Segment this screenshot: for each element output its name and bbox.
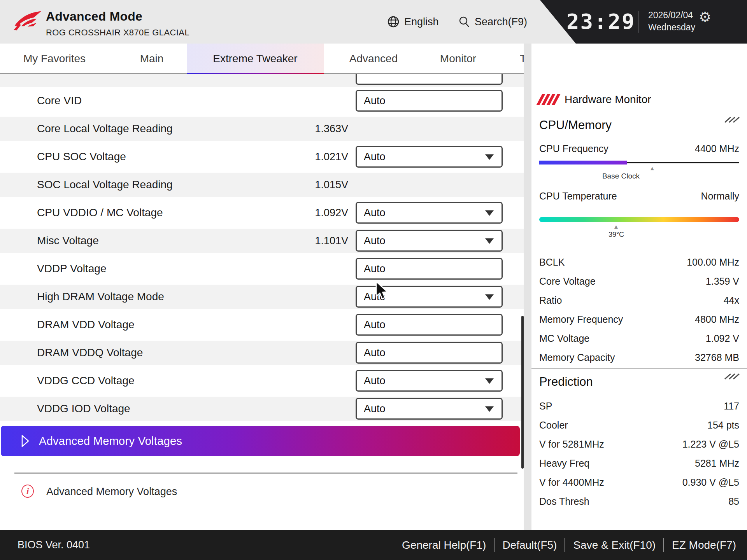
tab-tool-partial[interactable]: Tool: [520, 44, 524, 74]
setting-value: 1.101V: [257, 235, 348, 247]
prediction-row: Dos Thresh85: [539, 492, 739, 511]
setting-value: 1.021V: [257, 151, 348, 163]
mouse-cursor-icon: [375, 281, 393, 301]
board-name: ROG CROSSHAIR X870E GLACIAL: [46, 28, 189, 38]
vddg-iod-voltage-dropdown[interactable]: Auto: [356, 398, 503, 420]
ez-mode-button[interactable]: EZ Mode(F7): [672, 539, 736, 551]
dram-vddq-voltage-input[interactable]: Auto: [356, 342, 503, 364]
cpu-memory-heading: CPU/Memory: [539, 118, 612, 132]
reading-row: Memory Capacity32768 MB: [539, 348, 739, 367]
collapse-icon[interactable]: [727, 116, 737, 124]
prediction-rows: SP117 Cooler154 pts V for 5281MHz1.223 V…: [531, 397, 747, 511]
globe-icon: [387, 16, 400, 28]
submenu-label: Advanced Memory Voltages: [39, 435, 182, 448]
tab-monitor[interactable]: Monitor: [420, 44, 496, 74]
bios-screen: Advanced Mode ROG CROSSHAIR X870E GLACIA…: [0, 0, 747, 560]
help-row: i Advanced Memory Voltages: [0, 484, 524, 499]
general-help-button[interactable]: General Help(F1): [402, 539, 486, 551]
language-label: English: [404, 16, 439, 28]
setting-row-high-dram-voltage-mode: High DRAM Voltage Mode Auto: [0, 283, 524, 311]
settings-panel: Core VID Auto Core Local Voltage Reading…: [0, 74, 524, 530]
setting-label: VDDG CCD Voltage: [37, 374, 135, 387]
save-exit-button[interactable]: Save & Exit(F10): [573, 539, 656, 551]
reading-row: MC Voltage1.092 V: [539, 329, 739, 348]
footer-actions: General Help(F1) Default(F5) Save & Exit…: [402, 538, 736, 552]
setting-label: CPU SOC Voltage: [37, 150, 126, 163]
cpu-temperature-bar: [539, 217, 739, 222]
setting-row-vddg-ccd-voltage: VDDG CCD Voltage Auto: [0, 367, 524, 395]
reading-row: Core Voltage1.359 V: [539, 272, 739, 291]
setting-label: CPU VDDIO / MC Voltage: [37, 206, 163, 219]
reading-row: Memory Frequency4800 MHz: [539, 310, 739, 329]
cpu-temperature-value: Normally: [701, 191, 739, 202]
hardware-monitor-panel: Hardware Monitor CPU/Memory CPU Frequenc…: [531, 44, 747, 530]
misc-voltage-dropdown[interactable]: Auto: [356, 230, 503, 252]
cpu-frequency-bar-fill: [539, 161, 627, 164]
chevron-down-icon: [485, 154, 494, 160]
previous-setting-input-partial[interactable]: [356, 74, 503, 85]
temperature-marker-label: 39°C: [601, 231, 631, 239]
setting-label: DRAM VDDQ Voltage: [37, 346, 143, 359]
vddg-ccd-voltage-dropdown[interactable]: Auto: [356, 370, 503, 392]
tab-main[interactable]: Main: [117, 44, 187, 74]
setting-row-vddp-voltage: VDDP Voltage Auto: [0, 255, 524, 283]
prediction-row: V for 5281MHz1.223 V @L5: [539, 435, 739, 454]
clock-panel: 23:29 2026/02/04 Wednesday ⚙: [540, 0, 747, 44]
rog-logo-icon: [13, 9, 42, 33]
base-clock-marker-icon: ▲: [649, 165, 655, 172]
setting-row-cpu-soc-voltage: CPU SOC Voltage 1.021V Auto: [0, 143, 524, 171]
footer-separator: [565, 538, 565, 552]
gear-icon[interactable]: ⚙: [699, 10, 711, 24]
tab-extreme-tweaker[interactable]: Extreme Tweaker: [187, 44, 324, 74]
dram-vdd-voltage-input[interactable]: Auto: [356, 314, 503, 336]
advanced-memory-voltages-submenu[interactable]: Advanced Memory Voltages: [1, 426, 520, 456]
collapse-icon[interactable]: [727, 373, 737, 380]
search-button[interactable]: Search(F9): [458, 0, 527, 44]
vddp-voltage-input[interactable]: Auto: [356, 258, 503, 280]
header: Advanced Mode ROG CROSSHAIR X870E GLACIA…: [0, 0, 747, 44]
setting-value: 1.015V: [257, 179, 348, 191]
tab-bar: My Favorites Main Extreme Tweaker Advanc…: [0, 44, 524, 74]
default-button[interactable]: Default(F5): [502, 539, 557, 551]
title-block: Advanced Mode ROG CROSSHAIR X870E GLACIA…: [46, 9, 189, 38]
cpu-frequency-row: CPU Frequency 4400 MHz: [539, 143, 739, 154]
temperature-marker-icon: ▲: [613, 223, 619, 230]
chevron-down-icon: [485, 294, 494, 300]
cpu-frequency-label: CPU Frequency: [539, 143, 608, 154]
prediction-row: Heavy Freq5281 MHz: [539, 454, 739, 473]
hardware-monitor-header: Hardware Monitor: [539, 93, 651, 106]
prediction-row: Cooler154 pts: [539, 416, 739, 435]
page-title: Advanced Mode: [46, 9, 189, 24]
clock-divider: [638, 11, 639, 33]
date-value: 2026/02/04: [648, 9, 695, 21]
setting-row-core-vid: Core VID Auto: [0, 87, 524, 115]
chevron-down-icon: [485, 378, 494, 384]
sidebar-divider: [524, 44, 531, 530]
setting-value: 1.363V: [257, 123, 348, 135]
reading-row: BCLK100.00 MHz: [539, 253, 739, 272]
hardware-monitor-title: Hardware Monitor: [565, 93, 651, 106]
setting-label: DRAM VDD Voltage: [37, 318, 135, 331]
setting-row-soc-local-voltage: SOC Local Voltage Reading 1.015V: [0, 171, 524, 199]
weekday-value: Wednesday: [648, 21, 695, 33]
cpu-vddio-dropdown[interactable]: Auto: [356, 202, 503, 224]
cpu-temperature-label: CPU Temperature: [539, 191, 617, 202]
setting-row-cpu-vddio: CPU VDDIO / MC Voltage 1.092V Auto: [0, 199, 524, 227]
setting-row-vddg-iod-voltage: VDDG IOD Voltage Auto: [0, 395, 524, 423]
prediction-separator: [531, 368, 747, 369]
base-clock-label: Base Clock: [592, 172, 650, 180]
tab-advanced[interactable]: Advanced: [335, 44, 412, 74]
cpu-frequency-value: 4400 MHz: [695, 143, 739, 154]
footer-separator: [494, 538, 494, 552]
tab-my-favorites[interactable]: My Favorites: [16, 44, 93, 74]
bios-version: BIOS Ver. 0401: [18, 539, 90, 551]
prediction-row: V for 4400MHz0.930 V @L5: [539, 473, 739, 492]
setting-row-misc-voltage: Misc Voltage 1.101V Auto: [0, 227, 524, 255]
search-icon: [458, 16, 470, 28]
setting-label: Misc Voltage: [37, 234, 99, 247]
core-vid-input[interactable]: Auto: [356, 90, 503, 112]
setting-label: VDDG IOD Voltage: [37, 402, 130, 415]
language-selector[interactable]: English: [387, 0, 439, 44]
cpu-soc-voltage-dropdown[interactable]: Auto: [356, 146, 503, 168]
chevron-down-icon: [485, 210, 494, 216]
